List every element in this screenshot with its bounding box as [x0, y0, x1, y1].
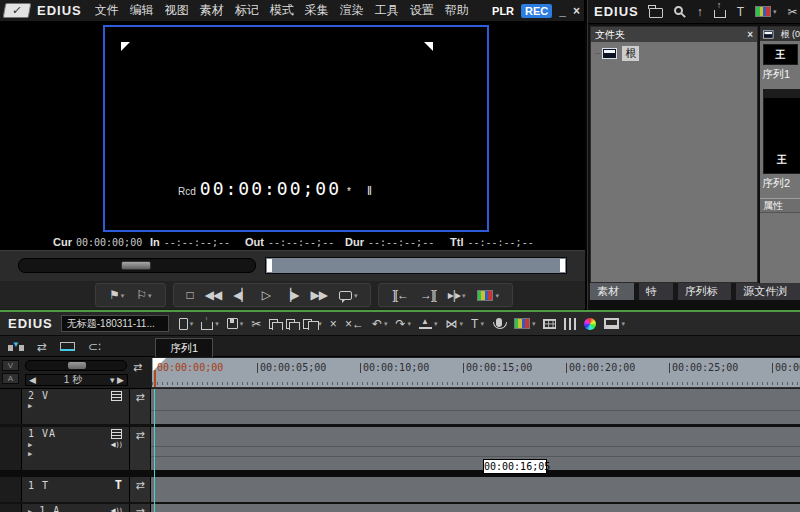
copy-button[interactable] — [269, 319, 278, 329]
dropdown-arrow-icon[interactable]: ▾ — [148, 292, 152, 299]
menu-设置[interactable]: 设置 — [410, 2, 434, 19]
minimize-button[interactable]: _ — [559, 5, 566, 17]
mark-in-button[interactable]: ⚑▾ — [103, 289, 130, 301]
duplicate-button[interactable]: ▾ — [303, 319, 322, 329]
shuttle-slider[interactable] — [18, 258, 256, 273]
timeline-ruler[interactable]: 00:00:00;0000:00:05;0000:00:10;0000:00:1… — [152, 358, 800, 388]
colorbars-button[interactable]: ▾ — [755, 6, 777, 17]
goto-in-button[interactable]: ][← — [386, 289, 414, 301]
dropdown-arrow-icon[interactable]: ▾ — [215, 320, 219, 327]
cut-button[interactable]: ✂ — [788, 6, 798, 18]
import-button[interactable] — [714, 5, 726, 18]
shuttle-thumb[interactable] — [121, 261, 151, 270]
sequence-1-label[interactable]: 序列1 — [762, 67, 790, 82]
new-button[interactable]: ▾ — [179, 318, 194, 330]
track-content-1va[interactable] — [151, 427, 800, 470]
expand-icon[interactable]: ▶ — [28, 450, 32, 458]
folder-button[interactable] — [649, 5, 663, 18]
up-button[interactable]: ↑ — [697, 6, 703, 18]
track-header-2v[interactable]: 2 V ▶ — [22, 389, 130, 424]
prev-frame-button[interactable]: ◀▏ — [227, 289, 255, 301]
save-button[interactable]: ▾ — [227, 318, 244, 329]
track-patch-2v[interactable]: ⇄ — [130, 389, 151, 424]
stop-button[interactable]: □ — [181, 289, 199, 301]
redo-button[interactable]: ↷▾ — [395, 318, 411, 330]
ruler-sync-icon[interactable]: ⇄ — [133, 361, 142, 374]
dropdown-arrow-icon[interactable]: ▾ — [621, 320, 625, 327]
sequence-2-thumbnail[interactable]: 王 — [763, 89, 800, 174]
sequence-1-thumbnail[interactable]: 王 — [763, 44, 798, 65]
dropdown-arrow-icon[interactable]: ▾ — [354, 292, 358, 299]
export-button[interactable]: ▾ — [514, 318, 536, 329]
mic-button[interactable] — [492, 318, 506, 330]
next-frame-button[interactable]: ▕▶ — [276, 289, 304, 301]
timescale-increase-icon[interactable]: ▶ — [117, 375, 124, 385]
sequence-2-label[interactable]: 序列2 — [762, 176, 790, 191]
insert-mode-button[interactable] — [8, 343, 24, 351]
grid-button[interactable] — [543, 319, 556, 329]
loop-button[interactable]: ▾ — [333, 291, 364, 300]
track-lane[interactable] — [151, 427, 800, 447]
position-end-marker[interactable] — [560, 259, 565, 272]
menu-视图[interactable]: 视图 — [165, 2, 189, 19]
tab-源文件浏览[interactable]: 源文件浏览 — [736, 283, 800, 300]
timescale-control[interactable]: ◀ 1 秒 ▾ ▶ — [25, 374, 128, 386]
plr-mode-button[interactable]: PLR — [492, 5, 514, 17]
razor-button[interactable]: ▾ — [419, 318, 438, 329]
menu-编辑[interactable]: 编辑 — [130, 2, 154, 19]
rewind-button[interactable]: ◀◀ — [199, 289, 227, 301]
timeline-shuttle-thumb[interactable] — [68, 362, 86, 369]
menu-帮助[interactable]: 帮助 — [445, 2, 469, 19]
dropdown-arrow-icon[interactable]: ▾ — [773, 8, 777, 15]
track-content-2v[interactable] — [151, 389, 800, 424]
sequence-tab[interactable]: 序列1 — [155, 338, 213, 357]
dropdown-arrow-icon[interactable]: ▾ — [480, 320, 484, 327]
dropdown-arrow-icon[interactable]: ▾ — [384, 320, 388, 327]
delete-button[interactable]: × — [330, 318, 337, 330]
dropdown-arrow-icon[interactable]: ▾ — [462, 292, 466, 299]
dropdown-arrow-icon[interactable]: ▾ — [434, 320, 438, 327]
snap-button[interactable]: ⊂∶ — [88, 341, 101, 353]
position-bar[interactable] — [265, 257, 567, 274]
fast-forward-button[interactable]: ▶▶ — [304, 289, 332, 301]
dropdown-arrow-icon[interactable]: ▾ — [121, 292, 125, 299]
audio-mute-button[interactable]: A — [2, 373, 19, 384]
root-folder-item[interactable]: 根 — [622, 46, 639, 61]
paste-button[interactable] — [286, 319, 295, 329]
close-button[interactable]: × — [573, 5, 580, 17]
menu-采集[interactable]: 采集 — [305, 2, 329, 19]
cut-button[interactable]: ✂ — [251, 318, 261, 330]
track-header-1a[interactable]: ▶ 1 A ◀)) — [22, 504, 130, 512]
playhead-line[interactable] — [154, 389, 155, 512]
open-button[interactable]: ▾ — [201, 317, 219, 330]
ripple-mode-button[interactable]: ⇄ — [37, 341, 47, 353]
expand-icon[interactable]: ▶ — [28, 441, 32, 449]
dropdown-arrow-icon[interactable]: ▾ — [190, 320, 194, 327]
monitor-button[interactable]: ▾ — [604, 318, 625, 329]
track-content-1a[interactable] — [151, 504, 800, 512]
menu-文件[interactable]: 文件 — [95, 2, 119, 19]
track-content-1t[interactable] — [151, 477, 800, 502]
title-button[interactable]: T▾ — [471, 318, 484, 330]
position-start-marker[interactable] — [267, 259, 272, 272]
play-button[interactable]: ▷ — [256, 289, 276, 301]
dropdown-arrow-icon[interactable]: ▾ — [240, 320, 244, 327]
track-patch-1a[interactable]: ⇄ — [130, 504, 151, 512]
search-button[interactable] — [674, 6, 686, 18]
ripple-delete-button[interactable]: ×← — [345, 318, 364, 330]
track-lane[interactable] — [151, 389, 800, 411]
expand-icon[interactable]: ▶ — [28, 402, 32, 410]
track-lane[interactable] — [151, 447, 800, 457]
undo-button[interactable]: ↶▾ — [372, 318, 388, 330]
dropdown-arrow-icon[interactable]: ▾ — [460, 320, 464, 327]
dropdown-arrow-icon[interactable]: ▾ — [495, 292, 499, 299]
menu-模式[interactable]: 模式 — [270, 2, 294, 19]
transition-button[interactable]: ⋈▾ — [446, 318, 464, 330]
tab-素材库[interactable]: 素材库 — [590, 283, 634, 300]
timeline-shuttle[interactable] — [25, 360, 127, 371]
title-button[interactable]: T — [737, 6, 744, 18]
track-header-1t[interactable]: 1 T T — [22, 477, 130, 502]
track-patch-1va[interactable]: ⇄ — [130, 427, 151, 470]
menu-素材[interactable]: 素材 — [200, 2, 224, 19]
menu-工具[interactable]: 工具 — [375, 2, 399, 19]
